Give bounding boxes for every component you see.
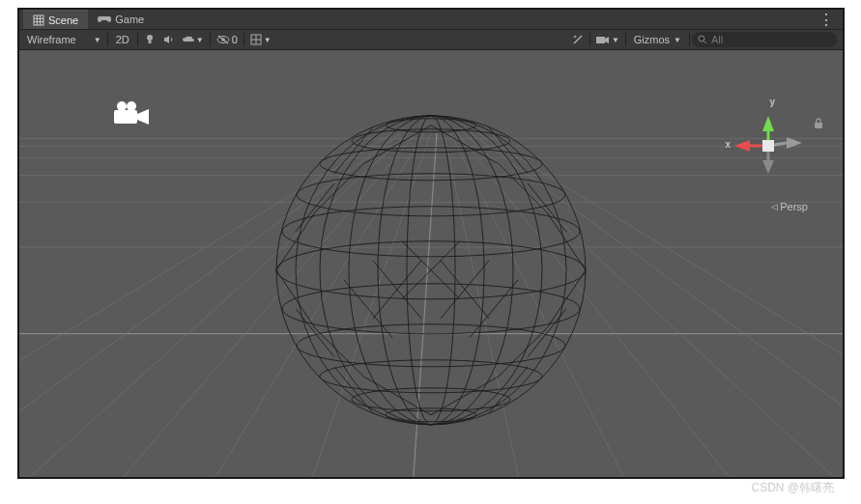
camera-gizmo-icon[interactable] xyxy=(112,100,151,126)
tab-options-menu[interactable]: ⋮ xyxy=(811,10,843,29)
search-field[interactable] xyxy=(692,32,837,47)
gizmo-y-label: y xyxy=(769,97,775,107)
svg-rect-0 xyxy=(34,15,43,25)
speaker-icon xyxy=(163,35,175,44)
tab-scene-label: Scene xyxy=(48,14,78,26)
shading-mode-label: Wireframe xyxy=(27,34,76,45)
svg-point-41 xyxy=(352,129,510,153)
svg-point-5 xyxy=(147,35,153,41)
grid-toggle[interactable]: ▼ xyxy=(246,31,275,48)
svg-line-61 xyxy=(363,377,431,415)
svg-rect-6 xyxy=(148,41,151,43)
svg-marker-91 xyxy=(762,160,774,174)
tab-bar: Scene Game ⋮ xyxy=(19,10,843,30)
chevron-down-icon: ▼ xyxy=(94,36,101,44)
svg-line-64 xyxy=(431,377,499,415)
projection-label: Persp xyxy=(780,201,808,212)
vertical-dots-icon: ⋮ xyxy=(818,11,835,29)
tools-dropdown[interactable] xyxy=(568,31,588,48)
scene-viewport[interactable]: y x ◁ Persp xyxy=(19,50,843,477)
svg-point-46 xyxy=(352,388,510,411)
svg-marker-87 xyxy=(734,140,750,152)
svg-rect-13 xyxy=(596,37,605,43)
search-icon xyxy=(698,35,707,44)
tab-game[interactable]: Game xyxy=(88,10,154,29)
svg-marker-85 xyxy=(762,116,774,131)
svg-line-15 xyxy=(704,42,707,44)
gizmo-x-label: x xyxy=(725,139,731,150)
svg-point-81 xyxy=(117,101,127,111)
camera-settings[interactable]: ▼ xyxy=(592,31,623,48)
scene-grid-icon xyxy=(33,14,44,26)
lock-icon[interactable] xyxy=(814,118,823,129)
svg-line-90 xyxy=(774,143,787,145)
chevron-left-icon: ◁ xyxy=(771,202,778,211)
lightbulb-icon xyxy=(145,34,155,45)
lighting-toggle[interactable] xyxy=(140,31,159,48)
svg-rect-84 xyxy=(762,140,774,152)
grid-icon xyxy=(250,34,262,45)
hidden-count: 0 xyxy=(232,34,238,45)
svg-point-38 xyxy=(282,207,580,257)
svg-line-58 xyxy=(431,126,499,164)
shading-mode-dropdown[interactable]: Wireframe ▼ xyxy=(19,30,105,49)
wireframe-sphere xyxy=(267,106,595,434)
cloud-icon xyxy=(183,36,194,43)
svg-marker-89 xyxy=(787,137,802,149)
projection-toggle[interactable]: ◁ Persp xyxy=(771,201,808,212)
toggle-2d-button[interactable]: 2D xyxy=(110,31,135,48)
audio-toggle[interactable] xyxy=(159,31,179,48)
watermark: CSDN @韩曙亮 xyxy=(751,480,834,496)
camera-small-icon xyxy=(596,36,610,44)
svg-rect-93 xyxy=(815,123,822,128)
svg-point-43 xyxy=(282,284,580,334)
svg-point-82 xyxy=(127,101,136,111)
search-input[interactable] xyxy=(711,34,827,45)
tab-game-label: Game xyxy=(115,14,144,25)
tab-scene[interactable]: Scene xyxy=(23,10,88,29)
gizmos-dropdown[interactable]: Gizmos▼ xyxy=(628,31,687,48)
eye-slash-icon xyxy=(216,35,230,44)
fx-dropdown[interactable]: ▼ xyxy=(179,31,208,48)
svg-point-14 xyxy=(699,36,704,42)
visibility-toggle[interactable]: 0 xyxy=(213,31,242,48)
svg-rect-83 xyxy=(114,110,137,124)
scene-toolbar: Wireframe ▼ 2D ▼ 0 ▼ ▼ Gizmos▼ xyxy=(19,30,843,50)
tools-icon xyxy=(572,34,584,45)
gamepad-icon xyxy=(98,14,111,24)
svg-line-55 xyxy=(363,126,431,164)
orientation-gizmo[interactable] xyxy=(725,104,812,191)
